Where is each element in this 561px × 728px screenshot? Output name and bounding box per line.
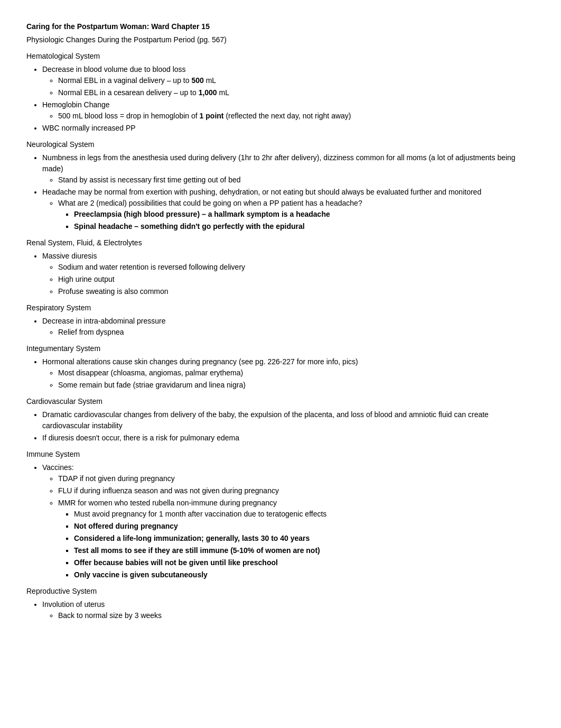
list-item: Some remain but fade (striae gravidarum …	[58, 380, 535, 391]
bold-1point: 1 point	[200, 112, 224, 120]
page-title: Caring for the Postpartum Woman: Ward Ch…	[26, 21, 535, 32]
list-item: Considered a life-long immunization; gen…	[74, 533, 535, 544]
cardiovascular-list: Dramatic cardiovascular changes from del…	[42, 409, 535, 444]
test-moms-bold: Test all moms to see if they are still i…	[74, 546, 320, 555]
not-offered-bold: Not offered during pregnancy	[74, 522, 178, 530]
hematological-sublist: Normal EBL in a vaginal delivery – up to…	[58, 75, 535, 98]
skin-changes-sublist: Most disappear (chloasma, angiomas, palm…	[58, 367, 535, 391]
list-item: Headache may be normal from exertion wit…	[42, 187, 535, 232]
immune-header: Immune System	[26, 449, 535, 460]
reproductive-list: Involution of uterus Back to normal size…	[42, 599, 535, 621]
bold-1000: 1,000	[199, 88, 217, 97]
lifelong-bold: Considered a life-long immunization; gen…	[74, 534, 310, 542]
list-item: Preeclampsia (high blood pressure) – a h…	[74, 209, 535, 220]
list-item: Spinal headache – something didn't go pe…	[74, 221, 535, 232]
list-item: Test all moms to see if they are still i…	[74, 545, 535, 556]
list-item: Stand by assist is necessary first time …	[58, 174, 535, 186]
list-item: Normal EBL in a vaginal delivery – up to…	[58, 75, 535, 86]
respiratory-sublist: Relief from dyspnea	[58, 327, 535, 338]
cardiovascular-header: Cardiovascular System	[26, 396, 535, 407]
list-item: Sodium and water retention is reversed f…	[58, 262, 535, 273]
renal-header: Renal System, Fluid, & Electrolytes	[26, 237, 535, 248]
list-item: Hormonal alterations cause skin changes …	[42, 356, 535, 391]
integumentary-list: Hormonal alterations cause skin changes …	[42, 356, 535, 391]
neurological-header: Neurological System	[26, 139, 535, 150]
list-item: Massive diuresis Sodium and water retent…	[42, 251, 535, 297]
list-item: Back to normal size by 3 weeks	[58, 610, 535, 621]
mmr-sublist: Must avoid pregnancy for 1 month after v…	[74, 509, 535, 580]
list-item: Offer because babies will not be given u…	[74, 557, 535, 568]
list-item: Most disappear (chloasma, angiomas, palm…	[58, 367, 535, 379]
list-item: Not offered during pregnancy	[74, 521, 535, 532]
respiratory-list: Decrease in intra-abdominal pressure Rel…	[42, 316, 535, 338]
neurological-list: Numbness in legs from the anesthesia use…	[42, 152, 535, 232]
list-item: Relief from dyspnea	[58, 327, 535, 338]
integumentary-header: Integumentary System	[26, 343, 535, 354]
list-item: FLU if during influenza season and was n…	[58, 485, 535, 496]
immune-list: Vaccines: TDAP if not given during pregn…	[42, 462, 535, 580]
reproductive-header: Reproductive System	[26, 586, 535, 597]
hematological-list: Decrease in blood volume due to blood lo…	[42, 64, 535, 134]
respiratory-header: Respiratory System	[26, 302, 535, 314]
vaccines-sublist: TDAP if not given during pregnancy FLU i…	[58, 473, 535, 580]
numbness-sublist: Stand by assist is necessary first time …	[58, 174, 535, 186]
diuresis-sublist: Sodium and water retention is reversed f…	[58, 262, 535, 297]
list-item: Hemoglobin Change 500 mL blood loss = dr…	[42, 99, 535, 122]
list-item: WBC normally increased PP	[42, 123, 535, 134]
list-item: Numbness in legs from the anesthesia use…	[42, 152, 535, 186]
involution-sublist: Back to normal size by 3 weeks	[58, 610, 535, 621]
preeclampsia-bold: Preeclampsia (high blood pressure) – a h…	[74, 210, 330, 218]
list-item: If diuresis doesn't occur, there is a ri…	[42, 432, 535, 444]
hematological-header: Hematological System	[26, 51, 535, 62]
bold-500: 500	[191, 76, 203, 85]
list-item: MMR for women who tested rubella non-imm…	[58, 497, 535, 580]
list-item: Normal EBL in a cesarean delivery – up t…	[58, 87, 535, 98]
headache-sublist: What are 2 (medical) possibilities that …	[58, 198, 535, 232]
list-item: Only vaccine is given subcutaneously	[74, 569, 535, 580]
list-item: Decrease in blood volume due to blood lo…	[42, 64, 535, 98]
list-item: Profuse sweating is also common	[58, 286, 535, 297]
hemoglobin-sublist: 500 mL blood loss = drop in hemoglobin o…	[58, 110, 535, 122]
list-item: High urine output	[58, 274, 535, 285]
subcutaneous-bold: Only vaccine is given subcutaneously	[74, 570, 208, 579]
list-item: What are 2 (medical) possibilities that …	[58, 198, 535, 232]
list-item: Vaccines: TDAP if not given during pregn…	[42, 462, 535, 580]
spinal-headache-bold: Spinal headache – something didn't go pe…	[74, 222, 305, 231]
list-item: Decrease in intra-abdominal pressure Rel…	[42, 316, 535, 338]
list-item: Must avoid pregnancy for 1 month after v…	[74, 509, 535, 520]
list-item: 500 mL blood loss = drop in hemoglobin o…	[58, 110, 535, 122]
list-item: Dramatic cardiovascular changes from del…	[42, 409, 535, 431]
renal-list: Massive diuresis Sodium and water retent…	[42, 251, 535, 297]
headache-possibilities: Preeclampsia (high blood pressure) – a h…	[74, 209, 535, 232]
offer-babies-bold: Offer because babies will not be given u…	[74, 558, 278, 567]
subtitle1: Physiologic Changes During the Postpartu…	[26, 34, 535, 45]
list-item: TDAP if not given during pregnancy	[58, 473, 535, 484]
list-item: Involution of uterus Back to normal size…	[42, 599, 535, 621]
